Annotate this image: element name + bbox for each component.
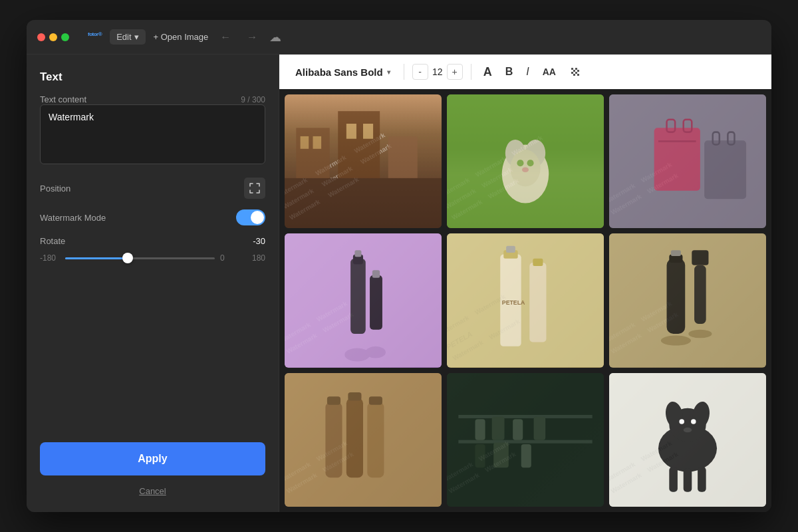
position-section: Position [40, 178, 265, 199]
hash-icon [569, 66, 581, 78]
text-case-button[interactable]: A [479, 63, 496, 82]
slider-thumb[interactable] [122, 253, 133, 263]
svg-rect-68 [534, 416, 546, 440]
rotate-mid-label: 0 [220, 253, 240, 263]
slider-fill [65, 257, 128, 259]
rotate-value: -30 [253, 236, 265, 246]
font-size-decrease-button[interactable]: - [412, 64, 428, 80]
svg-point-39 [366, 346, 386, 358]
svg-rect-5 [577, 70, 579, 72]
grid-item-4[interactable]: Watermark Watermark Watermark Watermark [285, 233, 442, 367]
apply-button[interactable]: Apply [40, 442, 265, 475]
font-size-increase-button[interactable]: + [447, 64, 463, 80]
close-button[interactable] [37, 33, 45, 41]
grid-item-3[interactable]: Watermark Watermark Watermark Watermark [609, 94, 766, 228]
svg-rect-47 [609, 233, 766, 367]
svg-point-21 [517, 160, 523, 166]
cancel-button[interactable]: Cancel [40, 486, 265, 496]
dog-scene [609, 373, 766, 507]
svg-rect-43 [506, 246, 515, 253]
main-content: Text Text content 9 / 300 Watermark Posi… [27, 55, 771, 512]
text-content-section: Text content 9 / 300 Watermark [40, 94, 265, 167]
svg-rect-15 [363, 124, 373, 139]
panel-title: Text [40, 70, 265, 84]
grid-item-6[interactable]: Watermark Watermark Watermark Watermark [609, 233, 766, 367]
watermark-mode-toggle[interactable] [236, 209, 265, 225]
back-button[interactable]: ← [216, 29, 235, 46]
font-toolbar: Alibaba Sans Bold ▾ - 12 + A B I AA [279, 55, 771, 89]
svg-rect-36 [370, 275, 382, 330]
position-label: Position [40, 184, 70, 194]
edit-menu-button[interactable]: Edit ▾ [110, 29, 145, 45]
position-button[interactable] [244, 178, 265, 199]
font-size-value: 12 [431, 66, 444, 77]
shelf-scene [447, 373, 604, 507]
svg-rect-50 [671, 250, 681, 256]
svg-rect-67 [513, 419, 523, 440]
svg-point-77 [679, 419, 684, 424]
rotate-header: Rotate -30 [40, 236, 265, 246]
svg-point-79 [684, 427, 692, 432]
svg-rect-28 [658, 140, 696, 142]
grid-item-2[interactable]: Watermark Watermark Watermark Watermark … [447, 94, 604, 228]
svg-rect-70 [493, 442, 509, 467]
grid-item-8[interactable]: Watermark Watermark Watermark Watermark [447, 373, 604, 507]
svg-rect-29 [704, 140, 746, 199]
open-image-button[interactable]: + Open Image [154, 32, 209, 42]
blackproduct-scene [609, 233, 766, 367]
rotate-slider-container: -180 0 180 [40, 251, 265, 265]
svg-rect-59 [327, 396, 340, 405]
svg-rect-66 [492, 416, 505, 440]
svg-text:PETELA: PETELA [502, 299, 525, 306]
rotate-slider[interactable] [65, 251, 215, 265]
maximize-button[interactable] [61, 33, 69, 41]
svg-rect-33 [350, 259, 366, 334]
svg-point-23 [522, 167, 529, 172]
svg-point-38 [344, 348, 370, 362]
svg-rect-63 [458, 440, 592, 443]
svg-rect-44 [529, 263, 546, 342]
grid-item-1[interactable]: Watermark Watermark Watermark Watermark … [285, 94, 442, 228]
minimize-button[interactable] [49, 33, 57, 41]
rotate-section: Rotate -30 -180 0 180 [40, 236, 265, 265]
svg-rect-12 [301, 136, 309, 149]
chevron-down-icon: ▾ [387, 68, 390, 76]
text-content-label: Text content 9 / 300 [40, 94, 265, 104]
rotate-max-label: 180 [245, 253, 265, 263]
app-window: fotor® Edit ▾ + Open Image ← → ☁ Text Te… [27, 20, 771, 512]
svg-rect-56 [325, 402, 342, 477]
svg-rect-80 [669, 467, 678, 492]
grid-item-5[interactable]: Watermark Watermark PETELA Watermark Wat… [447, 233, 604, 367]
traffic-lights [37, 33, 69, 41]
building-scene [285, 94, 442, 228]
svg-rect-2 [571, 72, 573, 74]
forward-button[interactable]: → [243, 29, 261, 46]
svg-rect-4 [573, 70, 575, 72]
svg-rect-3 [575, 72, 577, 74]
bold-button[interactable]: B [501, 63, 517, 80]
svg-point-78 [691, 419, 696, 424]
grid-item-9[interactable]: Watermark Watermark Watermark Watermark [609, 373, 766, 507]
svg-rect-69 [475, 444, 485, 467]
svg-rect-37 [372, 271, 380, 278]
effects-button[interactable] [565, 63, 585, 80]
small-caps-button[interactable]: AA [539, 64, 560, 80]
svg-rect-0 [571, 68, 573, 70]
font-selector[interactable]: Alibaba Sans Bold ▾ [290, 64, 396, 80]
cloud-save-button[interactable]: ☁ [269, 30, 281, 45]
titlebar: fotor® Edit ▾ + Open Image ← → ☁ [27, 20, 771, 55]
svg-rect-45 [533, 259, 543, 266]
grid-item-7[interactable]: Watermark Watermark Watermark Watermark [285, 373, 442, 507]
svg-rect-13 [313, 136, 322, 149]
toolbar-divider [404, 64, 404, 80]
text-content-input[interactable]: Watermark [40, 104, 265, 164]
app-logo: fotor® [88, 30, 102, 44]
bags-scene [609, 94, 766, 228]
svg-rect-40 [447, 233, 604, 367]
olive-scene [285, 373, 442, 507]
svg-rect-81 [684, 468, 692, 491]
left-panel: Text Text content 9 / 300 Watermark Posi… [27, 55, 279, 512]
svg-rect-6 [573, 74, 575, 76]
rotate-label: Rotate [40, 236, 65, 246]
italic-button[interactable]: I [522, 63, 533, 80]
